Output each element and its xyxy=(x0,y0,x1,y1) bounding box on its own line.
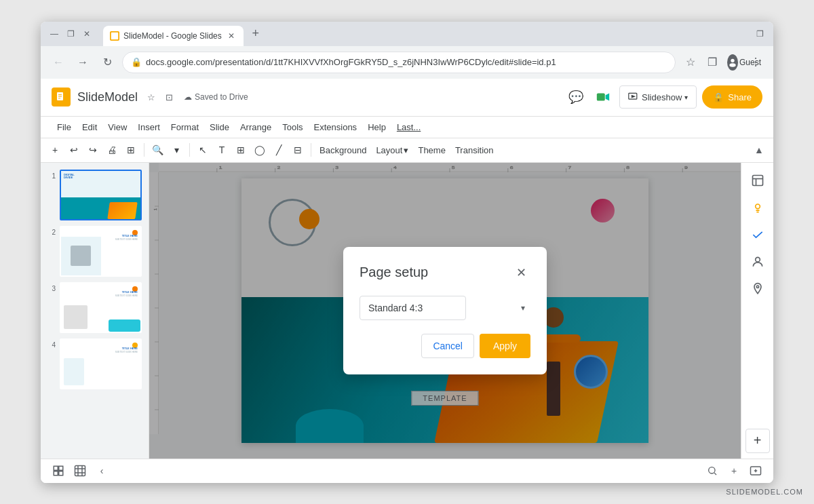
toolbar-theme[interactable]: Theme xyxy=(414,141,449,159)
docs-logo xyxy=(52,88,71,106)
cloud-icon: ☁ xyxy=(184,92,192,102)
svg-marker-8 xyxy=(606,94,610,101)
slide-thumb-3[interactable]: 3 TITLE HERE SUB TEXT GOES HERE xyxy=(46,281,143,334)
tab-close-button[interactable]: ✕ xyxy=(226,31,237,41)
toolbar-sep-3 xyxy=(311,143,311,157)
docs-top-actions: 💬 Slideshow ▾ 🔒 Share xyxy=(565,85,762,109)
svg-point-2 xyxy=(729,63,735,66)
slideshow-button[interactable]: Slideshow ▾ xyxy=(619,85,697,109)
slide-thumb-4[interactable]: 4 TITLE HERE SUB TEXT GOES HERE xyxy=(46,337,143,391)
menu-insert[interactable]: Insert xyxy=(132,117,166,136)
toolbar-cursor[interactable]: ↖ xyxy=(194,141,212,159)
menu-extensions[interactable]: Extensions xyxy=(309,117,363,136)
toolbar-comment[interactable]: ⊟ xyxy=(289,141,307,159)
bookmark-button[interactable]: ☆ xyxy=(681,53,700,72)
minimize-button[interactable]: — xyxy=(46,26,62,42)
close-button[interactable]: ✕ xyxy=(79,26,95,42)
svg-rect-48 xyxy=(59,471,63,476)
sidebar-add-button[interactable]: + xyxy=(745,429,770,453)
zoom-out-button[interactable] xyxy=(703,461,722,480)
svg-point-1 xyxy=(731,58,734,62)
toolbar-paint[interactable]: ⊞ xyxy=(122,141,140,159)
svg-rect-4 xyxy=(58,94,62,96)
nav-prev-button[interactable]: ‹ xyxy=(92,461,111,480)
slide-thumb-1[interactable]: 1 DIGITALDIVIDE xyxy=(46,168,143,222)
omnibox[interactable]: 🔒 docs.google.com/presentation/d/1tt7KHI… xyxy=(122,52,676,73)
profile-button[interactable]: Guest xyxy=(724,53,743,72)
title-actions: ☆ ⊡ ☁ Saved to Drive xyxy=(143,89,248,105)
svg-marker-10 xyxy=(632,95,636,98)
title-bar: — ❐ ✕ SlideModel - Google Slides ✕ + ❐ xyxy=(41,22,773,46)
toolbar-textbox[interactable]: T xyxy=(213,141,231,159)
zoom-in-button[interactable]: + xyxy=(724,461,743,480)
dialog-body: Standard 4:3 Widescreen 16:9 Widescreen … xyxy=(360,296,530,320)
slide-preview-3: TITLE HERE SUB TEXT GOES HERE xyxy=(60,282,142,333)
back-button[interactable]: ← xyxy=(49,53,68,72)
dialog-header: Page setup ✕ xyxy=(360,263,530,282)
toolbar-shape[interactable]: ◯ xyxy=(251,141,269,159)
menu-help[interactable]: Help xyxy=(362,117,391,136)
sidebar-pin-icon[interactable] xyxy=(745,277,770,301)
tab-view-button[interactable]: ❐ xyxy=(752,26,768,42)
menu-tools[interactable]: Tools xyxy=(277,117,308,136)
toolbar-zoom[interactable]: 🔍 xyxy=(149,141,166,159)
toolbar-transition[interactable]: Transition xyxy=(451,141,498,159)
chrome-menu-button[interactable]: ⋮ xyxy=(746,53,765,72)
apply-button[interactable]: Apply xyxy=(480,334,530,358)
dialog-close-button[interactable]: ✕ xyxy=(511,263,530,282)
folder-button[interactable]: ⊡ xyxy=(161,89,177,105)
toolbar-line[interactable]: ╱ xyxy=(270,141,288,159)
right-sidebar: + xyxy=(741,163,773,459)
sidebar-person-icon[interactable] xyxy=(745,250,770,274)
cancel-button[interactable]: Cancel xyxy=(421,334,474,358)
toolbar-add[interactable]: + xyxy=(46,141,64,159)
list-view-button[interactable] xyxy=(49,461,68,480)
menu-edit[interactable]: Edit xyxy=(77,117,102,136)
lock-icon: 🔒 xyxy=(131,57,142,67)
toolbar-image[interactable]: ⊞ xyxy=(232,141,250,159)
tab-view-icon[interactable]: ❐ xyxy=(703,53,722,72)
toolbar: + ↩ ↪ 🖨 ⊞ 🔍 ▾ ↖ T ⊞ ◯ ╱ ⊟ Background Lay… xyxy=(41,138,773,163)
svg-line-55 xyxy=(714,473,716,475)
browser-actions: ☆ ❐ Guest ⋮ xyxy=(681,53,765,72)
menu-file[interactable]: File xyxy=(52,117,77,136)
app-title: SlideModel xyxy=(77,90,138,104)
star-button[interactable]: ☆ xyxy=(143,89,159,105)
toolbar-collapse[interactable]: ▲ xyxy=(750,141,768,159)
slide-thumb-2[interactable]: 2 TITLE HERE SUB TEXT GOES HERE xyxy=(46,225,143,278)
sidebar-lightbulb-icon[interactable] xyxy=(745,195,770,220)
toolbar-print[interactable]: 🖨 xyxy=(103,141,121,159)
menu-last[interactable]: Last... xyxy=(391,117,426,136)
toolbar-layout[interactable]: Layout ▾ xyxy=(372,141,412,159)
menu-arrange[interactable]: Arrange xyxy=(235,117,277,136)
refresh-button[interactable]: ↻ xyxy=(98,53,117,72)
svg-point-43 xyxy=(755,257,760,262)
maximize-button[interactable]: ❐ xyxy=(62,26,79,42)
menu-slide[interactable]: Slide xyxy=(204,117,235,136)
toolbar-zoom-dropdown[interactable]: ▾ xyxy=(168,141,185,159)
bottom-bar: ‹ + xyxy=(41,459,773,483)
page-setup-select[interactable]: Standard 4:3 Widescreen 16:9 Widescreen … xyxy=(360,296,466,320)
menu-format[interactable]: Format xyxy=(166,117,204,136)
slide-preview-4: TITLE HERE SUB TEXT GOES HERE xyxy=(60,338,142,389)
toolbar-undo[interactable]: ↩ xyxy=(65,141,83,159)
add-slide-button[interactable] xyxy=(746,461,765,480)
main-content: 1 DIGITALDIVIDE 2 xyxy=(41,163,773,459)
share-button[interactable]: 🔒 Share xyxy=(702,85,762,109)
sidebar-search-icon[interactable] xyxy=(745,168,770,193)
forward-button[interactable]: → xyxy=(73,53,92,72)
toolbar-redo[interactable]: ↪ xyxy=(84,141,102,159)
menu-view[interactable]: View xyxy=(102,117,132,136)
new-tab-button[interactable]: + xyxy=(246,24,265,43)
svg-rect-45 xyxy=(54,466,58,470)
grid-view-button[interactable] xyxy=(71,461,90,480)
comment-button[interactable]: 💬 xyxy=(565,86,587,108)
meet-button[interactable] xyxy=(592,86,614,108)
toolbar-background[interactable]: Background xyxy=(315,141,370,159)
active-tab[interactable]: SlideModel - Google Slides ✕ xyxy=(103,26,244,46)
svg-rect-5 xyxy=(58,96,62,97)
tab-bar: SlideModel - Google Slides ✕ + xyxy=(103,22,749,46)
svg-rect-49 xyxy=(75,466,85,476)
sidebar-check-icon[interactable] xyxy=(745,222,770,247)
docs-top-bar: SlideModel ☆ ⊡ ☁ Saved to Drive 💬 Slides… xyxy=(41,79,773,117)
